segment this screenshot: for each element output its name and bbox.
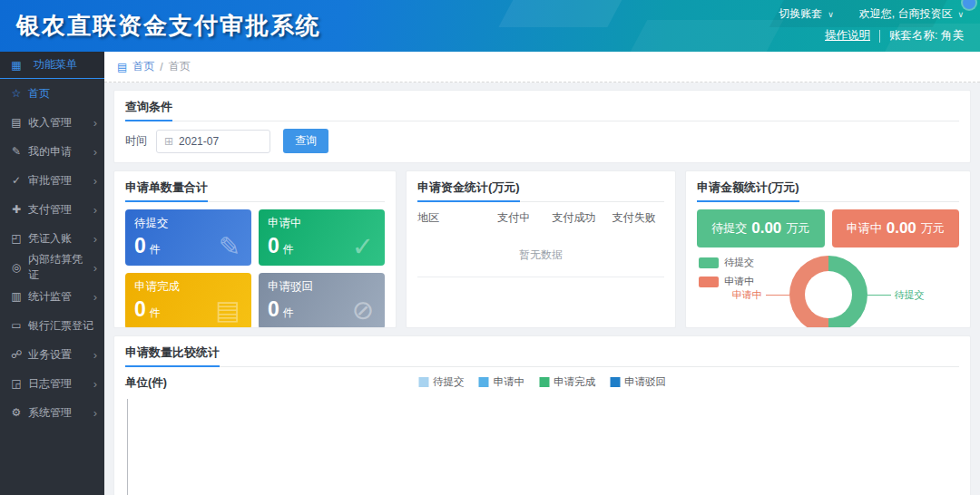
stat-card-value: 0 <box>268 234 279 257</box>
sidebar-menu-title: 功能菜单 <box>34 57 77 73</box>
stat-card-label: 申请完成 <box>134 279 242 295</box>
notification-dot[interactable] <box>963 0 975 9</box>
sidebar-item-label: 银行汇票登记 <box>28 318 93 334</box>
funds-panel-title: 申请资金统计(万元) <box>417 180 520 202</box>
amount-box-unit: 万元 <box>921 220 945 237</box>
divider <box>879 30 880 43</box>
donut-leader-line <box>766 295 789 296</box>
search-button[interactable]: 查询 <box>283 129 328 153</box>
stat-card-unit: 件 <box>150 306 161 319</box>
time-label: 时间 <box>125 133 147 149</box>
legend-label: 申请驳回 <box>624 375 666 389</box>
cross-icon: ✚ <box>9 203 24 216</box>
sidebar-menu-header[interactable]: ▦ 功能菜单 <box>0 52 104 79</box>
sidebar-item-label: 业务设置 <box>28 347 72 363</box>
gear-icon: ⚙ <box>9 406 24 419</box>
breadcrumb-current: 首页 <box>169 59 191 74</box>
switch-account-link[interactable]: 切换账套 <box>779 6 822 22</box>
sidebar-item-label: 凭证入账 <box>28 231 72 247</box>
legend-label: 申请中 <box>494 375 525 389</box>
amount-box-label: 申请中 <box>847 220 882 237</box>
breadcrumb-separator: / <box>160 61 162 73</box>
legend-item-in-progress[interactable]: 申请中 <box>479 375 525 389</box>
y-axis-unit-label: 单位(件) <box>125 376 167 389</box>
stat-card-completed: 申请完成 0件 ▤ <box>125 273 251 328</box>
stat-card-unit: 件 <box>283 243 294 256</box>
stat-card-value: 0 <box>268 297 279 321</box>
chevron-down-icon: ∨ <box>828 10 834 19</box>
chevron-right-icon: › <box>93 116 97 130</box>
amount-box-value: 0.00 <box>751 219 781 238</box>
table-header-row: 地区 支付中 支付成功 支付失败 <box>417 202 664 232</box>
sidebar-item-label: 审批管理 <box>28 173 72 189</box>
chevron-right-icon: › <box>93 145 97 159</box>
legend-label: 申请中 <box>724 275 754 288</box>
sidebar-item-log[interactable]: ◲ 日志管理 › <box>0 369 104 398</box>
stat-card-pending-submit: 待提交 0件 ✎ <box>125 209 251 266</box>
sidebar-item-approval[interactable]: ✓ 审批管理 › <box>0 166 104 195</box>
account-name-text: 账套名称: 角美 <box>889 28 964 44</box>
column-header: 支付成功 <box>544 210 603 226</box>
legend-swatch <box>479 377 489 387</box>
stat-card-unit: 件 <box>150 243 161 256</box>
comparison-panel-title: 申请数量比较统计 <box>125 345 220 367</box>
stat-card-in-progress: 申请中 0件 ✓ <box>259 209 385 266</box>
chevron-right-icon: › <box>93 290 97 304</box>
legend-label: 申请完成 <box>554 375 595 389</box>
legend-item-completed[interactable]: 申请完成 <box>539 375 595 389</box>
sidebar-item-stats-supervision[interactable]: ▥ 统计监管 › <box>0 282 104 311</box>
briefcase-icon: ◰ <box>9 232 24 245</box>
operation-guide-link[interactable]: 操作说明 <box>825 28 870 44</box>
sidebar-item-business-settings[interactable]: ☍ 业务设置 › <box>0 340 104 369</box>
donut-label-left: 申请中 <box>732 288 762 302</box>
legend-swatch <box>610 377 620 387</box>
stat-card-label: 待提交 <box>134 216 242 231</box>
chevron-down-icon: ∨ <box>957 10 964 19</box>
pencil-icon: ✎ <box>9 145 24 158</box>
header-deco-shape <box>498 0 626 27</box>
amount-stats-panel: 申请金额统计(万元) 待提交 0.00 万元 申请中 0.00 万元 <box>685 170 971 328</box>
welcome-account-dropdown[interactable]: 欢迎您, 台商投资区 <box>859 6 953 22</box>
sidebar-item-home[interactable]: ☆ 首页 <box>0 79 104 108</box>
chevron-right-icon: › <box>93 261 97 275</box>
column-header: 支付中 <box>484 210 544 226</box>
donut-legend: 待提交 申请中 <box>699 256 754 288</box>
legend-item-pending-submit[interactable]: 待提交 <box>418 375 465 389</box>
amount-box-unit: 万元 <box>786 220 809 237</box>
amount-box-label: 待提交 <box>711 220 747 237</box>
document-icon: ▤ <box>216 295 240 325</box>
sidebar-item-bank-draft[interactable]: ▭ 银行汇票登记 <box>0 311 104 340</box>
query-panel: 查询条件 时间 ⊞ 2021-07 查询 <box>113 90 971 163</box>
sidebar-item-label: 首页 <box>28 86 50 102</box>
bar-chart-icon: ▥ <box>9 290 24 303</box>
summary-panel-title: 申请单数量合计 <box>125 180 208 202</box>
sidebar-item-payment[interactable]: ✚ 支付管理 › <box>0 195 104 224</box>
stat-card-value: 0 <box>134 234 146 257</box>
bar-chart-plot-area <box>127 399 956 495</box>
donut-leader-line <box>867 295 891 296</box>
card-icon: ▭ <box>9 319 24 332</box>
breadcrumb-home-link[interactable]: 首页 <box>132 59 154 74</box>
sidebar-item-income[interactable]: ▤ 收入管理 › <box>0 108 104 137</box>
sidebar-item-my-apply[interactable]: ✎ 我的申请 › <box>0 137 104 166</box>
sidebar-item-voucher-entry[interactable]: ◰ 凭证入账 › <box>0 224 104 253</box>
edit-square-icon: ◲ <box>9 377 24 390</box>
legend-swatch <box>539 377 549 387</box>
table-empty-text: 暂无数据 <box>417 232 664 277</box>
chart-legend: 待提交 申请中 申请完成 申请驳回 <box>418 375 666 389</box>
sidebar-item-label: 统计监管 <box>28 289 72 305</box>
document-reject-icon: ⊘ <box>352 295 374 325</box>
sidebar-item-label: 支付管理 <box>28 202 72 218</box>
list-check-icon: ✓ <box>352 231 374 262</box>
sidebar-item-internal-settlement[interactable]: ◎ 内部结算凭证 › <box>0 253 104 282</box>
month-picker-input[interactable]: ⊞ 2021-07 <box>156 130 270 153</box>
document-edit-icon: ✎ <box>219 231 240 262</box>
legend-item-rejected[interactable]: 申请驳回 <box>610 375 666 389</box>
breadcrumb: ▤ 首页 / 首页 <box>104 52 980 82</box>
sidebar-item-system[interactable]: ⚙ 系统管理 › <box>0 398 104 427</box>
chevron-right-icon: › <box>93 348 97 362</box>
comparison-chart-panel: 申请数量比较统计 单位(件) 待提交 申请中 申请完成 申请驳回 <box>113 335 971 495</box>
legend-swatch <box>699 277 719 287</box>
chevron-right-icon: › <box>93 406 97 420</box>
sidebar-item-label: 日志管理 <box>28 376 72 392</box>
